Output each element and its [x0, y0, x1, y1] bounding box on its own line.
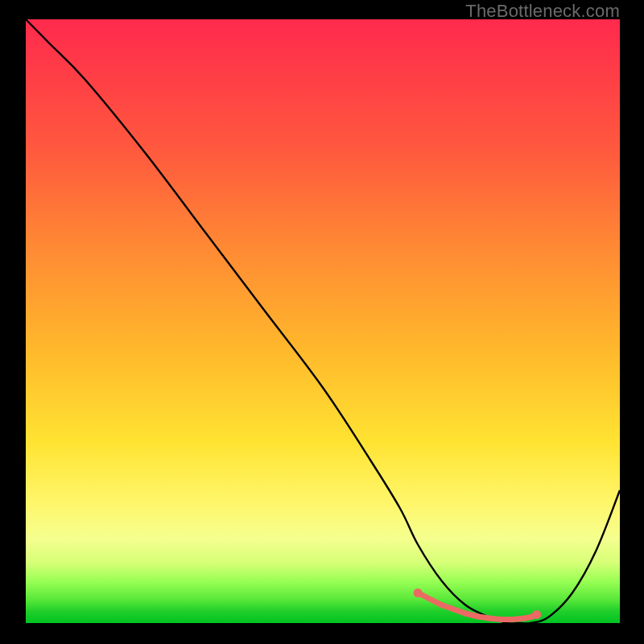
best-range-highlight — [414, 588, 542, 622]
chart-stage: TheBottleneck.com — [0, 0, 644, 644]
svg-point-0 — [414, 588, 423, 597]
svg-point-3 — [463, 610, 469, 616]
svg-point-7 — [510, 617, 516, 622]
svg-point-2 — [439, 602, 444, 608]
bottleneck-curve — [26, 19, 620, 624]
svg-point-6 — [498, 617, 504, 622]
chart-svg — [26, 19, 620, 623]
svg-point-1 — [532, 610, 541, 619]
plot-area — [26, 19, 620, 623]
svg-point-5 — [486, 615, 492, 621]
svg-point-8 — [522, 615, 527, 621]
svg-point-9 — [528, 614, 534, 620]
svg-point-4 — [474, 613, 480, 619]
